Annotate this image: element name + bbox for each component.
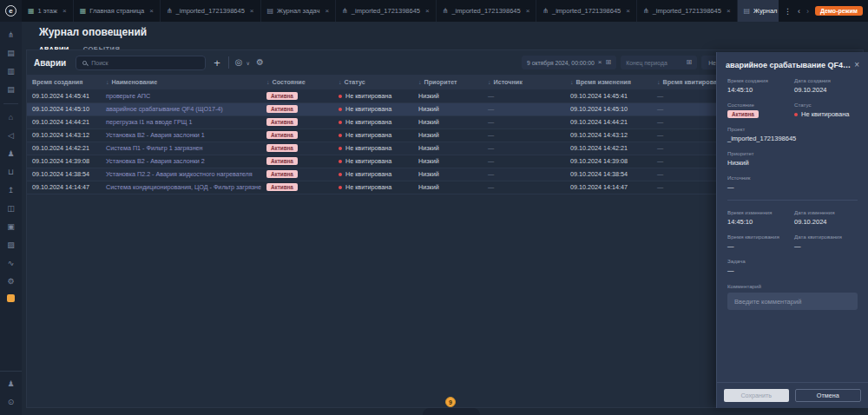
tab-close-icon[interactable]: × <box>250 7 254 15</box>
roles-icon[interactable]: ⚙ <box>5 276 16 287</box>
alarm-name-link[interactable]: перегрузка I1 на вводе ГРЩ 1 <box>106 118 193 126</box>
reports-icon[interactable]: ▨ <box>5 240 16 251</box>
column-label: Состояние <box>273 78 306 86</box>
projects-tree-icon[interactable]: ⋔ <box>5 30 16 41</box>
tab-close-icon[interactable]: × <box>325 7 329 15</box>
overflow-menu-icon[interactable]: ⋮ <box>784 7 792 16</box>
column-header-created[interactable]: Время создания <box>27 75 101 89</box>
field-value: 09.10.2024 <box>794 86 858 94</box>
acknowledge-caret-icon[interactable]: ∨ <box>247 60 250 66</box>
alarm-name-link[interactable]: Система П1 - Фильтр 1 загрязнен <box>106 144 203 152</box>
cell-priority: Низкий <box>413 142 483 155</box>
archive-icon[interactable]: ▣ <box>5 221 16 233</box>
close-icon[interactable]: × <box>854 60 859 69</box>
cell-status: Не квитирована <box>333 102 413 115</box>
save-button[interactable]: Сохранить <box>724 389 789 402</box>
notification-count-badge[interactable]: 9 <box>445 397 456 407</box>
storage-icon[interactable]: ◫ <box>5 203 16 214</box>
column-label: Время создания <box>32 78 82 86</box>
window-tab[interactable]: ⋔_imported_1721398645× <box>437 0 537 22</box>
alarm-name-link[interactable]: проверьте АПС <box>106 92 150 100</box>
scheme-icon: ▦ <box>80 7 87 15</box>
sort-icon: ↓ <box>418 79 422 85</box>
state-badge: Активна <box>266 131 298 139</box>
window-tab[interactable]: ⋔_imported_1721398645× <box>336 0 437 22</box>
tab-close-icon[interactable]: × <box>526 7 530 15</box>
alarm-name-link[interactable]: Система кондиционирования, ЦОД - Фильтр … <box>106 183 261 191</box>
export-icon[interactable]: ↥ <box>5 185 16 196</box>
about-icon[interactable]: ⊙ <box>5 397 16 408</box>
column-header-changed[interactable]: ↓Время изменения <box>565 75 652 89</box>
tab-close-icon[interactable]: × <box>149 7 154 15</box>
bottom-panel-handle[interactable] <box>423 408 480 415</box>
panel-header: аварийное срабатывание QF4 (ЩО17-4) × <box>717 52 868 76</box>
notifications-journal-icon[interactable] <box>7 294 15 302</box>
tab-label: Журнал задач <box>277 7 319 15</box>
date-to-input[interactable]: Конец периода ⊞ <box>621 56 697 69</box>
tab-scroll-right-icon[interactable]: › <box>806 7 809 16</box>
column-header-priority[interactable]: ↓Приоритет <box>413 75 483 89</box>
tab-label: Журнал оповещений <box>753 7 779 15</box>
cell-state: Активна <box>261 89 333 102</box>
cell-source: — <box>483 155 565 168</box>
field-label: Приоритет <box>727 150 858 156</box>
alarm-name-link[interactable]: аварийное срабатывание QF4 (ЩО17-4) <box>106 105 223 113</box>
search-icon <box>82 61 87 65</box>
settings-icon[interactable]: ⚙ <box>256 58 264 67</box>
tab-scroll-left-icon[interactable]: ‹ <box>798 7 800 16</box>
window-tab[interactable]: ▤Журнал задач× <box>261 0 337 22</box>
tab-close-icon[interactable]: × <box>62 7 67 15</box>
alarm-name-link[interactable]: Установка В2 - Авария заслонки 2 <box>106 157 205 165</box>
cell-created: 09.10.2024 14:42:21 <box>27 142 101 155</box>
panel-field: Источник— <box>727 175 858 191</box>
tab-close-icon[interactable]: × <box>425 7 430 15</box>
search-input[interactable]: Поиск <box>76 56 206 70</box>
field-label: Статус <box>794 102 858 108</box>
status-text: Не квитирована <box>801 110 849 118</box>
cell-priority: Низкий <box>413 128 483 142</box>
cell-changed: 09.10.2024 14:39:08 <box>565 155 652 168</box>
tab-close-icon[interactable]: × <box>727 7 731 15</box>
journal-events-icon[interactable]: ▥ <box>5 66 16 77</box>
cell-status: Не квитирована <box>333 168 413 181</box>
window-tab[interactable]: ⋔_imported_1721398645× <box>637 0 738 22</box>
column-header-state[interactable]: ↓Состояние <box>261 75 333 89</box>
window-tab[interactable]: ▤Журнал оповещений× <box>738 0 779 22</box>
users-icon[interactable]: ♟ <box>5 148 16 160</box>
journal-tasks-icon[interactable]: ▤ <box>5 84 16 96</box>
column-header-status[interactable]: ↓Статус <box>333 75 413 89</box>
cell-created: 09.10.2024 14:14:47 <box>27 181 101 194</box>
main-area: Журнал оповещений АВАРИИСОБЫТИЯ Аварии П… <box>22 22 868 415</box>
column-header-name[interactable]: ↓Наименование <box>101 75 261 89</box>
objects-icon[interactable]: ⌂ <box>5 112 16 123</box>
field-value: — <box>794 242 858 250</box>
alarm-name-link[interactable]: Установка В2 - Авария заслонки 1 <box>106 131 205 139</box>
column-header-acked[interactable]: ↓Время квитирования <box>652 75 717 89</box>
alarm-name-link[interactable]: Установка П2.2 - Авария жидкостного нагр… <box>106 170 253 178</box>
tab-label: _imported_1721398645 <box>451 7 520 15</box>
charts-icon[interactable]: ∿ <box>5 258 16 269</box>
profile-icon[interactable]: ♟ <box>5 379 16 390</box>
window-tab[interactable]: ⋔_imported_1721398645× <box>161 0 261 22</box>
column-header-source[interactable]: ↓Источник <box>483 75 565 89</box>
add-alarm-button[interactable]: + <box>214 56 220 69</box>
cancel-button[interactable]: Отмена <box>795 389 862 402</box>
app-logo[interactable]: e <box>0 0 22 22</box>
journal-alarms-icon[interactable]: ▤ <box>5 48 16 59</box>
date-from-input[interactable]: 9 октября 2024, 00:00:00 × ⊞ <box>522 56 616 69</box>
comment-input[interactable]: Введите комментарий <box>727 293 858 310</box>
window-tab[interactable]: ▦Главная страница× <box>74 0 161 22</box>
announcements-icon[interactable]: ◁ <box>5 130 16 142</box>
date-from-clear-icon[interactable]: × <box>598 59 602 66</box>
tab-close-icon[interactable]: × <box>626 7 630 15</box>
cell-priority: Низкий <box>413 181 483 194</box>
window-tab[interactable]: ▦1 этаж× <box>22 0 74 22</box>
acknowledge-icon[interactable]: ◎ <box>235 58 243 67</box>
cell-created: 09.10.2024 14:43:12 <box>27 128 101 142</box>
tab-label: Главная страница <box>89 7 144 15</box>
search-placeholder: Поиск <box>91 60 108 66</box>
window-tab[interactable]: ⋔_imported_1721398645× <box>536 0 637 22</box>
sidebar-bottom-icons: ♟⊙ <box>0 371 22 415</box>
trash-icon[interactable]: ⊔ <box>5 167 16 178</box>
sort-icon: ↓ <box>488 79 491 85</box>
